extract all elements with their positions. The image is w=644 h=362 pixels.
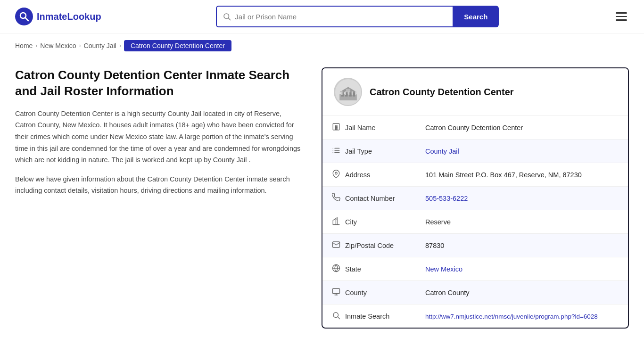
table-row: State New Mexico — [322, 257, 628, 281]
chevron-icon-2: › — [79, 42, 81, 49]
search-input[interactable] — [235, 13, 447, 21]
table-row: Address 101 Main Street P.O. Box 467, Re… — [322, 163, 628, 187]
left-panel: Catron County Detention Center Inmate Se… — [15, 67, 322, 197]
field-label: Jail Type — [341, 140, 417, 163]
table-row: Jail Type County Jail — [322, 140, 628, 163]
field-value: 101 Main Street P.O. Box 467, Reserve, N… — [417, 163, 628, 187]
field-label: Contact Number — [341, 187, 417, 210]
menu-button[interactable] — [614, 10, 629, 23]
search-bar: Search — [216, 6, 499, 27]
table-row: Jail Name Catron County Detention Center — [322, 116, 628, 140]
field-value[interactable]: http://ww7.nmjustice.net/nmsc/juvenile/p… — [417, 304, 628, 328]
table-row: City Reserve — [322, 210, 628, 234]
location-icon — [322, 163, 341, 187]
field-label: Jail Name — [341, 116, 417, 140]
table-row: Contact Number 505-533-6222 — [322, 187, 628, 210]
svg-point-24 — [335, 172, 338, 174]
hamburger-line-3 — [616, 19, 627, 21]
hamburger-line-2 — [616, 16, 627, 17]
breadcrumb-jail-type[interactable]: County Jail — [84, 42, 116, 49]
breadcrumb-home[interactable]: Home — [15, 42, 33, 49]
svg-rect-15 — [351, 91, 353, 94]
value-text: Reserve — [425, 218, 451, 226]
breadcrumb-current: Catron County Detention Center — [124, 40, 231, 51]
logo-text: InmateLookup — [37, 11, 101, 22]
field-value: Reserve — [417, 210, 628, 234]
building-icon — [322, 116, 341, 140]
courthouse-image — [335, 79, 361, 105]
value-link[interactable]: New Mexico — [425, 265, 462, 273]
phone-icon — [322, 187, 341, 210]
field-value[interactable]: 505-533-6222 — [417, 187, 628, 210]
search-icon — [223, 12, 231, 21]
table-row: Inmate Search http://ww7.nmjustice.net/n… — [322, 304, 628, 328]
field-label: City — [341, 210, 417, 234]
value-text: 101 Main Street P.O. Box 467, Reserve, N… — [425, 171, 582, 179]
svg-rect-9 — [353, 92, 355, 96]
facility-image — [334, 78, 362, 106]
city-icon — [322, 210, 341, 234]
search-icon — [322, 304, 341, 328]
field-label: Address — [341, 163, 417, 187]
svg-rect-16 — [355, 91, 356, 94]
value-link[interactable]: 505-533-6222 — [425, 195, 468, 202]
svg-rect-13 — [345, 91, 346, 94]
field-value: Catron County — [417, 281, 628, 304]
value-text: 87830 — [425, 242, 444, 249]
flag-icon — [322, 281, 341, 304]
main-content: Catron County Detention Center Inmate Se… — [0, 58, 644, 347]
breadcrumb: Home › New Mexico › County Jail › Catron… — [0, 33, 644, 58]
info-card-header: Catron County Detention Center — [322, 68, 628, 116]
breadcrumb-state[interactable]: New Mexico — [40, 42, 76, 49]
field-value[interactable]: New Mexico — [417, 257, 628, 281]
search-input-wrapper — [216, 6, 453, 27]
chevron-icon-3: › — [119, 42, 121, 49]
value-text: Catron County Detention Center — [425, 124, 523, 132]
info-card: Catron County Detention Center Jail Name… — [322, 67, 629, 329]
svg-rect-27 — [333, 288, 340, 294]
logo-icon — [15, 8, 33, 25]
field-value: 87830 — [417, 234, 628, 257]
svg-line-31 — [338, 317, 339, 319]
svg-line-1 — [25, 18, 29, 21]
info-table: Jail Name Catron County Detention Center… — [322, 116, 628, 328]
chevron-icon-1: › — [35, 42, 37, 49]
svg-rect-12 — [341, 91, 342, 94]
value-text: Catron County — [425, 289, 470, 296]
field-label: Inmate Search — [341, 304, 417, 328]
hamburger-line-1 — [616, 12, 627, 14]
svg-line-3 — [229, 18, 231, 20]
logo[interactable]: InmateLookup — [15, 8, 101, 25]
page-title: Catron County Detention Center Inmate Se… — [15, 67, 303, 99]
field-value[interactable]: County Jail — [417, 140, 628, 163]
field-label: Zip/Postal Code — [341, 234, 417, 257]
field-label: County — [341, 281, 417, 304]
facility-name: Catron County Detention Center — [370, 87, 514, 98]
field-value: Catron County Detention Center — [417, 116, 628, 140]
value-link[interactable]: County Jail — [425, 148, 459, 155]
field-label: State — [341, 257, 417, 281]
table-row: County Catron County — [322, 281, 628, 304]
value-link[interactable]: http://ww7.nmjustice.net/nmsc/juvenile/p… — [425, 313, 598, 320]
page-description-2: Below we have given information about th… — [15, 173, 303, 197]
table-row: Zip/Postal Code 87830 — [322, 234, 628, 257]
header: InmateLookup Search — [0, 0, 644, 33]
list-icon — [322, 140, 341, 163]
search-button[interactable]: Search — [453, 6, 499, 27]
globe-icon — [322, 257, 341, 281]
page-description-1: Catron County Detention Center is a high… — [15, 108, 303, 166]
svg-rect-14 — [348, 91, 349, 94]
mail-icon — [322, 234, 341, 257]
svg-rect-17 — [333, 123, 339, 130]
